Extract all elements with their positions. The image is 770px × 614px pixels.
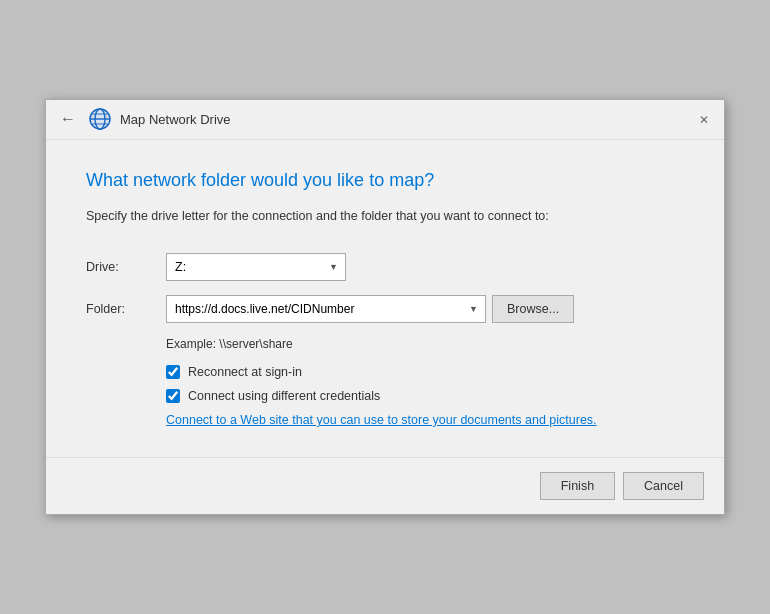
close-button[interactable]: ✕ (684, 100, 724, 140)
finish-button[interactable]: Finish (540, 472, 615, 500)
web-site-link[interactable]: Connect to a Web site that you can use t… (166, 413, 684, 427)
folder-label: Folder: (86, 302, 166, 316)
folder-input-wrapper (166, 295, 486, 323)
main-heading: What network folder would you like to ma… (86, 170, 684, 191)
cancel-button[interactable]: Cancel (623, 472, 704, 500)
footer: Finish Cancel (46, 457, 724, 514)
reconnect-label: Reconnect at sign-in (188, 365, 302, 379)
reconnect-row: Reconnect at sign-in (166, 365, 684, 379)
example-text: Example: \\server\share (166, 337, 684, 351)
back-button[interactable]: ← (56, 107, 80, 131)
content-area: What network folder would you like to ma… (46, 140, 724, 458)
window-title: Map Network Drive (120, 112, 231, 127)
credentials-row: Connect using different credentials (166, 389, 684, 403)
title-bar-left: ← Map Network Drive (56, 107, 231, 131)
svg-point-5 (90, 109, 110, 129)
folder-input-row: Browse... (166, 295, 574, 323)
map-network-drive-window: ← Map Network Drive ✕ What network folde… (45, 99, 725, 516)
drive-row: Drive: Z: Y: X: W: (86, 253, 684, 281)
drive-label: Drive: (86, 260, 166, 274)
drive-select-wrapper: Z: Y: X: W: (166, 253, 346, 281)
description-text: Specify the drive letter for the connect… (86, 207, 684, 226)
folder-row: Folder: Browse... (86, 295, 684, 323)
browse-button[interactable]: Browse... (492, 295, 574, 323)
title-bar: ← Map Network Drive ✕ (46, 100, 724, 140)
folder-input[interactable] (166, 295, 486, 323)
drive-select[interactable]: Z: Y: X: W: (166, 253, 346, 281)
credentials-label: Connect using different credentials (188, 389, 380, 403)
credentials-checkbox[interactable] (166, 389, 180, 403)
reconnect-checkbox[interactable] (166, 365, 180, 379)
network-icon (88, 107, 112, 131)
